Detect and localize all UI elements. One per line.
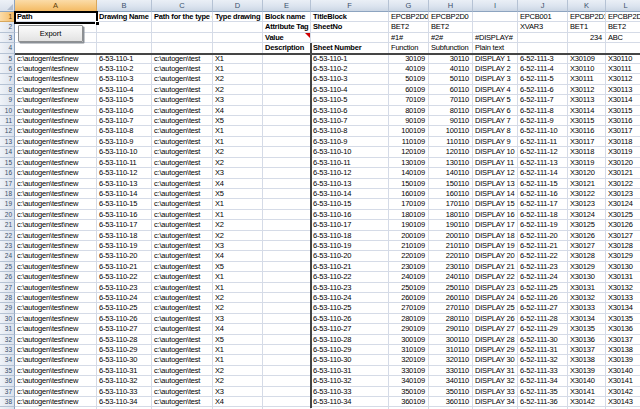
cell-E35[interactable] — [263, 366, 311, 376]
row-header-30[interactable]: 30 — [0, 314, 15, 324]
cell-F16[interactable]: 6-53-110-12 — [311, 168, 389, 178]
cell-G6[interactable]: 40109 — [389, 64, 429, 74]
cell-D37[interactable]: X3 — [213, 387, 263, 397]
cell-I18[interactable]: DISPLAY 14 — [473, 189, 518, 199]
cell-B28[interactable]: 6-53-110-24 — [97, 293, 152, 303]
cell-A10[interactable]: c:\autogen\test\new — [15, 106, 97, 116]
cell-I24[interactable]: DISPLAY 20 — [473, 251, 518, 261]
cell-F29[interactable]: 6-53-110-25 — [311, 303, 389, 313]
cell-F38[interactable]: 6-53-110-34 — [311, 397, 389, 407]
cell-A34[interactable]: c:\autogen\test\new — [15, 355, 97, 365]
cell-H8[interactable]: 60110 — [429, 85, 473, 95]
cell-H38[interactable]: 360110 — [429, 397, 473, 407]
cell-I7[interactable]: DISPLAY 3 — [473, 74, 518, 84]
row-header-18[interactable]: 18 — [0, 189, 15, 199]
cell-E31[interactable] — [263, 324, 311, 334]
row-header-17[interactable]: 17 — [0, 179, 15, 189]
cell-F2[interactable]: SheetNo — [311, 22, 389, 32]
cell-I11[interactable]: DISPLAY 7 — [473, 116, 518, 126]
row-header-37[interactable]: 37 — [0, 387, 15, 397]
cell-E10[interactable] — [263, 106, 311, 116]
cell-C36[interactable]: c:\autogen\test — [152, 376, 213, 386]
cell-H36[interactable]: 340110 — [429, 376, 473, 386]
cell-A33[interactable]: c:\autogen\test\new — [15, 345, 97, 355]
cell-E36[interactable] — [263, 376, 311, 386]
cell-J2[interactable]: XVAR3 — [518, 22, 568, 32]
cell-E14[interactable] — [263, 147, 311, 157]
cell-K34[interactable]: X30138 — [568, 355, 606, 365]
cell-H11[interactable]: 90110 — [429, 116, 473, 126]
cell-K5[interactable]: X30109 — [568, 54, 606, 64]
row-header-5[interactable]: 5 — [0, 54, 15, 64]
cell-D21[interactable]: X2 — [213, 220, 263, 230]
cell-F1[interactable]: TitleBlock — [311, 12, 389, 22]
cell-H16[interactable]: 140110 — [429, 168, 473, 178]
cell-B23[interactable]: 6-53-110-19 — [97, 241, 152, 251]
cell-C37[interactable]: c:\autogen\test — [152, 387, 213, 397]
cell-J22[interactable]: 6-52-111-20 — [518, 231, 568, 241]
cell-H18[interactable]: 160110 — [429, 189, 473, 199]
cell-H27[interactable]: 250110 — [429, 283, 473, 293]
cell-B32[interactable]: 6-53-110-28 — [97, 335, 152, 345]
cell-J14[interactable]: 6-52-111-12 — [518, 147, 568, 157]
cell-F36[interactable]: 6-53-110-32 — [311, 376, 389, 386]
cell-L22[interactable]: X30127 — [606, 231, 640, 241]
cell-I6[interactable]: DISPLAY 2 — [473, 64, 518, 74]
cell-F22[interactable]: 6-53-110-18 — [311, 231, 389, 241]
cell-D28[interactable]: X2 — [213, 293, 263, 303]
cell-H1[interactable]: EPCBP2D0 — [429, 12, 473, 22]
cell-G35[interactable]: 330109 — [389, 366, 429, 376]
cell-C13[interactable]: c:\autogen\test — [152, 137, 213, 147]
cell-F24[interactable]: 6-53-110-20 — [311, 251, 389, 261]
cell-K13[interactable]: X30117 — [568, 137, 606, 147]
cell-K8[interactable]: X30112 — [568, 85, 606, 95]
cell-F19[interactable]: 6-53-110-15 — [311, 199, 389, 209]
cell-E8[interactable] — [263, 85, 311, 95]
cell-G3[interactable]: #1# — [389, 33, 429, 43]
cell-G30[interactable]: 280109 — [389, 314, 429, 324]
cell-I3[interactable]: #DISPLAY# — [473, 33, 518, 43]
cell-J20[interactable]: 6-52-111-18 — [518, 210, 568, 220]
cell-C15[interactable]: c:\autogen\test — [152, 158, 213, 168]
cell-F28[interactable]: 6-53-110-24 — [311, 293, 389, 303]
cell-K12[interactable]: X30116 — [568, 126, 606, 136]
column-header-C[interactable]: C — [152, 0, 213, 12]
cell-E33[interactable] — [263, 345, 311, 355]
cell-I21[interactable]: DISPLAY 17 — [473, 220, 518, 230]
cell-B31[interactable]: 6-53-110-27 — [97, 324, 152, 334]
cell-B15[interactable]: 6-53-110-11 — [97, 158, 152, 168]
cell-H22[interactable]: 200110 — [429, 231, 473, 241]
cell-F20[interactable]: 6-53-110-16 — [311, 210, 389, 220]
cell-L3[interactable]: ABC — [606, 33, 640, 43]
cell-K7[interactable]: X30111 — [568, 74, 606, 84]
cell-B33[interactable]: 6-53-110-29 — [97, 345, 152, 355]
cell-C4[interactable] — [152, 43, 213, 53]
cell-J35[interactable]: 6-52-111-33 — [518, 366, 568, 376]
cell-C33[interactable]: c:\autogen\test — [152, 345, 213, 355]
cell-J16[interactable]: 6-52-111-14 — [518, 168, 568, 178]
cell-F13[interactable]: 6-53-110-9 — [311, 137, 389, 147]
row-header-11[interactable]: 11 — [0, 116, 15, 126]
cell-E37[interactable] — [263, 387, 311, 397]
cell-A23[interactable]: c:\autogen\test\new — [15, 241, 97, 251]
cell-L27[interactable]: X30132 — [606, 283, 640, 293]
cell-K4[interactable] — [568, 43, 606, 53]
cell-D6[interactable]: X1 — [213, 64, 263, 74]
cell-D36[interactable]: X2 — [213, 376, 263, 386]
cell-J12[interactable]: 6-52-111-10 — [518, 126, 568, 136]
cell-A15[interactable]: c:\autogen\test\new — [15, 158, 97, 168]
cell-H34[interactable]: 320110 — [429, 355, 473, 365]
cell-F26[interactable]: 6-53-110-22 — [311, 272, 389, 282]
row-header-28[interactable]: 28 — [0, 293, 15, 303]
cell-D38[interactable]: X4 — [213, 397, 263, 407]
cell-K23[interactable]: X30127 — [568, 241, 606, 251]
cell-L13[interactable]: X30118 — [606, 137, 640, 147]
cell-K10[interactable]: X30114 — [568, 106, 606, 116]
row-header-6[interactable]: 6 — [0, 64, 15, 74]
cell-G5[interactable]: 30109 — [389, 54, 429, 64]
cell-K2[interactable]: BET1 — [568, 22, 606, 32]
cell-I16[interactable]: DISPLAY 12 — [473, 168, 518, 178]
fill-handle[interactable] — [95, 21, 99, 25]
row-header-38[interactable]: 38 — [0, 397, 15, 407]
row-header-2[interactable]: 2 — [0, 22, 15, 32]
